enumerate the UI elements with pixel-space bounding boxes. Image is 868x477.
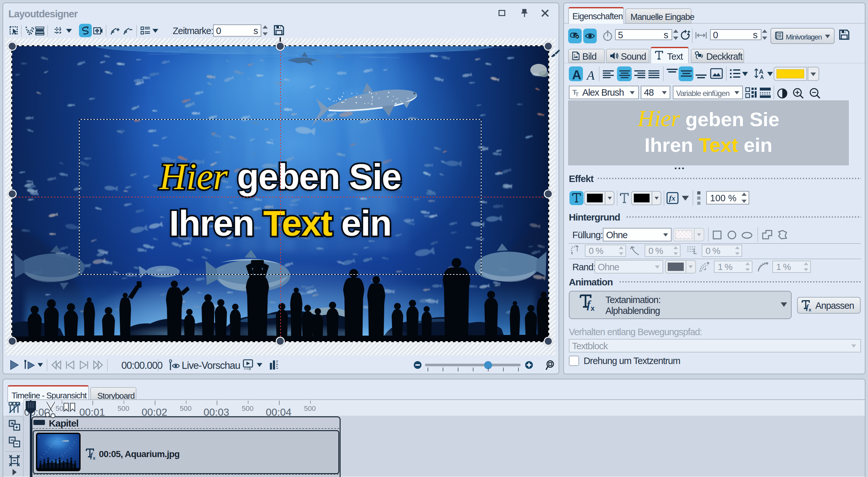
svg-text:A: A <box>760 74 764 80</box>
svg-text:x: x <box>591 304 595 312</box>
svg-text:x: x <box>93 455 96 460</box>
svg-text:T: T <box>575 92 579 97</box>
svg-text:fx: fx <box>669 194 675 202</box>
svg-text:A: A <box>759 68 763 75</box>
svg-text:x: x <box>809 307 811 312</box>
